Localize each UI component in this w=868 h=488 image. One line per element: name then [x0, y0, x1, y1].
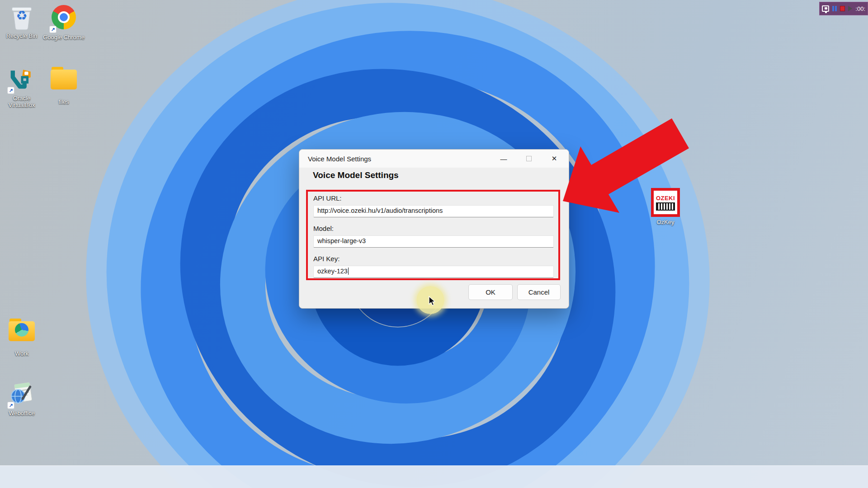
model-input[interactable]: whisper-large-v3 [313, 235, 554, 248]
desktop-icon-ozkey[interactable]: OZEKI OzKey [644, 188, 687, 225]
taskbar: Search OZEKI HUN [0, 465, 868, 488]
maximize-button[interactable] [516, 150, 542, 168]
folder-icon [50, 70, 77, 97]
desktop-icon-label: Google Chrome [42, 34, 85, 41]
desktop-icon-label: Recycle Bin [0, 33, 43, 39]
api-key-label: API Key: [313, 255, 554, 264]
desktop-icon-files[interactable]: files [42, 66, 85, 105]
desktop-icon-label: OzKey [644, 219, 687, 225]
window-titlebar[interactable]: Voice Model Settings — ✕ [299, 150, 569, 168]
virtualbox-icon: ↗ [8, 66, 35, 93]
desktop: ♻ Recycle Bin ↗ Google Chrome ↗ Oracle V… [0, 0, 868, 488]
text-caret [348, 267, 349, 275]
recorder-timer: :00: [855, 5, 865, 12]
window-title: Voice Model Settings [308, 155, 371, 163]
minimize-button[interactable]: — [491, 150, 516, 168]
dialog-heading: Voice Model Settings [313, 170, 399, 180]
recorder-monitor-icon [822, 5, 829, 12]
close-button[interactable]: ✕ [542, 150, 567, 168]
mouse-cursor [428, 296, 438, 307]
api-url-input[interactable]: http://voice.ozeki.hu/v1/audio/transcrip… [313, 205, 554, 217]
shortcut-arrow-icon: ↗ [7, 87, 14, 94]
annotation-red-rectangle: API URL: http://voice.ozeki.hu/v1/audio/… [306, 190, 560, 280]
desktop-icon-label: Work [0, 350, 43, 357]
desktop-icon-recycle-bin[interactable]: ♻ Recycle Bin [0, 4, 43, 39]
desktop-icon-label: files [42, 99, 85, 105]
chrome-icon: ↗ [50, 5, 77, 32]
voice-model-settings-window: Voice Model Settings — ✕ Voice Model Set… [299, 149, 569, 309]
ok-button[interactable]: OK [468, 284, 513, 300]
api-url-label: API URL: [313, 194, 554, 203]
model-label: Model: [313, 225, 554, 234]
shortcut-arrow-icon: ↗ [49, 26, 57, 33]
work-folder-icon [8, 321, 35, 348]
screen-recorder-toolbar: :00: [819, 2, 868, 15]
desktop-icon-work[interactable]: Work [0, 318, 43, 357]
recycle-bin-icon: ♻ [8, 4, 35, 31]
cancel-button[interactable]: Cancel [517, 284, 561, 300]
desktop-icon-google-chrome[interactable]: ↗ Google Chrome [42, 4, 85, 41]
desktop-icon-oracle-virtualbox[interactable]: ↗ Oracle VirtualBox [0, 66, 43, 108]
weboffice-icon: ↗ [8, 381, 35, 408]
stop-record-button[interactable] [840, 6, 845, 11]
desktop-icon-label: Oracle VirtualBox [0, 95, 43, 108]
pause-button[interactable] [832, 6, 837, 11]
shortcut-arrow-icon: ↗ [7, 402, 14, 409]
desktop-icon-weboffice[interactable]: ↗ Weboffice [0, 381, 43, 417]
ozkey-icon: OZEKI [651, 188, 680, 217]
desktop-icon-label: Weboffice [0, 410, 43, 417]
play-button[interactable] [848, 6, 852, 11]
api-key-input[interactable]: ozkey-123 [313, 266, 554, 278]
